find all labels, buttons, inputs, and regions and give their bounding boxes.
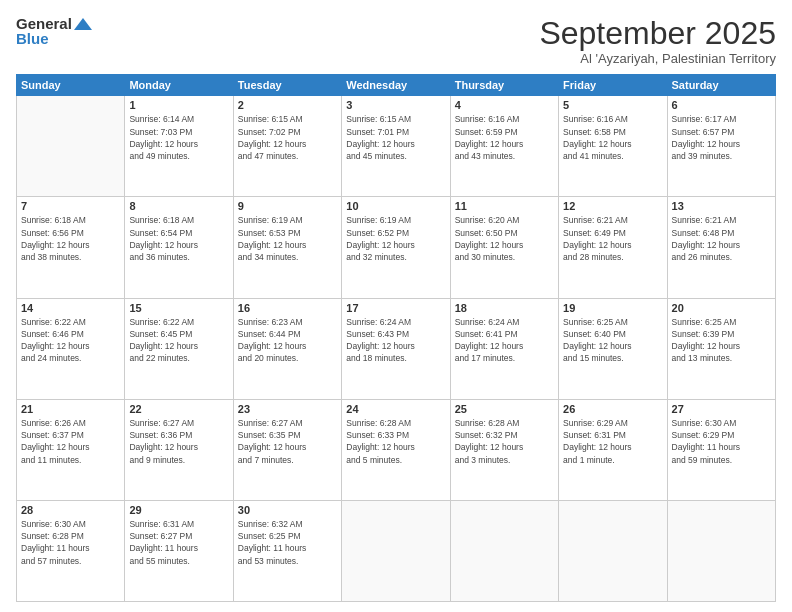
calendar-cell: 28Sunrise: 6:30 AM Sunset: 6:28 PM Dayli…	[17, 500, 125, 601]
day-info: Sunrise: 6:15 AM Sunset: 7:01 PM Dayligh…	[346, 113, 445, 162]
calendar-cell: 7Sunrise: 6:18 AM Sunset: 6:56 PM Daylig…	[17, 197, 125, 298]
day-number: 8	[129, 200, 228, 212]
day-info: Sunrise: 6:32 AM Sunset: 6:25 PM Dayligh…	[238, 518, 337, 567]
day-info: Sunrise: 6:26 AM Sunset: 6:37 PM Dayligh…	[21, 417, 120, 466]
calendar-day-header: Wednesday	[342, 75, 450, 96]
calendar-cell: 15Sunrise: 6:22 AM Sunset: 6:45 PM Dayli…	[125, 298, 233, 399]
calendar-cell	[667, 500, 775, 601]
day-number: 15	[129, 302, 228, 314]
day-info: Sunrise: 6:18 AM Sunset: 6:56 PM Dayligh…	[21, 214, 120, 263]
calendar-cell: 29Sunrise: 6:31 AM Sunset: 6:27 PM Dayli…	[125, 500, 233, 601]
calendar-week-row: 1Sunrise: 6:14 AM Sunset: 7:03 PM Daylig…	[17, 96, 776, 197]
day-info: Sunrise: 6:29 AM Sunset: 6:31 PM Dayligh…	[563, 417, 662, 466]
calendar-cell: 19Sunrise: 6:25 AM Sunset: 6:40 PM Dayli…	[559, 298, 667, 399]
day-number: 1	[129, 99, 228, 111]
day-info: Sunrise: 6:19 AM Sunset: 6:53 PM Dayligh…	[238, 214, 337, 263]
day-number: 9	[238, 200, 337, 212]
day-number: 14	[21, 302, 120, 314]
calendar-day-header: Saturday	[667, 75, 775, 96]
calendar-cell: 8Sunrise: 6:18 AM Sunset: 6:54 PM Daylig…	[125, 197, 233, 298]
day-number: 10	[346, 200, 445, 212]
day-info: Sunrise: 6:23 AM Sunset: 6:44 PM Dayligh…	[238, 316, 337, 365]
calendar-cell	[342, 500, 450, 601]
calendar-week-row: 14Sunrise: 6:22 AM Sunset: 6:46 PM Dayli…	[17, 298, 776, 399]
day-info: Sunrise: 6:16 AM Sunset: 6:59 PM Dayligh…	[455, 113, 554, 162]
day-number: 13	[672, 200, 771, 212]
calendar-cell: 24Sunrise: 6:28 AM Sunset: 6:33 PM Dayli…	[342, 399, 450, 500]
day-number: 18	[455, 302, 554, 314]
calendar-cell: 2Sunrise: 6:15 AM Sunset: 7:02 PM Daylig…	[233, 96, 341, 197]
calendar-cell	[450, 500, 558, 601]
calendar-day-header: Sunday	[17, 75, 125, 96]
calendar-cell: 25Sunrise: 6:28 AM Sunset: 6:32 PM Dayli…	[450, 399, 558, 500]
day-info: Sunrise: 6:21 AM Sunset: 6:48 PM Dayligh…	[672, 214, 771, 263]
day-info: Sunrise: 6:14 AM Sunset: 7:03 PM Dayligh…	[129, 113, 228, 162]
subtitle: Al 'Ayzariyah, Palestinian Territory	[539, 51, 776, 66]
calendar-cell: 11Sunrise: 6:20 AM Sunset: 6:50 PM Dayli…	[450, 197, 558, 298]
month-title: September 2025	[539, 16, 776, 51]
calendar-header-row: SundayMondayTuesdayWednesdayThursdayFrid…	[17, 75, 776, 96]
day-number: 25	[455, 403, 554, 415]
day-info: Sunrise: 6:30 AM Sunset: 6:29 PM Dayligh…	[672, 417, 771, 466]
day-number: 11	[455, 200, 554, 212]
day-info: Sunrise: 6:24 AM Sunset: 6:43 PM Dayligh…	[346, 316, 445, 365]
day-number: 5	[563, 99, 662, 111]
day-info: Sunrise: 6:19 AM Sunset: 6:52 PM Dayligh…	[346, 214, 445, 263]
logo: General Blue	[16, 16, 92, 47]
day-info: Sunrise: 6:28 AM Sunset: 6:32 PM Dayligh…	[455, 417, 554, 466]
title-area: September 2025 Al 'Ayzariyah, Palestinia…	[539, 16, 776, 66]
calendar-week-row: 28Sunrise: 6:30 AM Sunset: 6:28 PM Dayli…	[17, 500, 776, 601]
day-info: Sunrise: 6:30 AM Sunset: 6:28 PM Dayligh…	[21, 518, 120, 567]
day-number: 22	[129, 403, 228, 415]
day-number: 4	[455, 99, 554, 111]
calendar-cell: 17Sunrise: 6:24 AM Sunset: 6:43 PM Dayli…	[342, 298, 450, 399]
page: General Blue September 2025 Al 'Ayzariya…	[0, 0, 792, 612]
day-number: 7	[21, 200, 120, 212]
header: General Blue September 2025 Al 'Ayzariya…	[16, 16, 776, 66]
calendar-cell: 6Sunrise: 6:17 AM Sunset: 6:57 PM Daylig…	[667, 96, 775, 197]
calendar-cell: 10Sunrise: 6:19 AM Sunset: 6:52 PM Dayli…	[342, 197, 450, 298]
calendar-cell	[17, 96, 125, 197]
calendar-cell: 1Sunrise: 6:14 AM Sunset: 7:03 PM Daylig…	[125, 96, 233, 197]
calendar-cell: 13Sunrise: 6:21 AM Sunset: 6:48 PM Dayli…	[667, 197, 775, 298]
calendar-cell: 30Sunrise: 6:32 AM Sunset: 6:25 PM Dayli…	[233, 500, 341, 601]
day-info: Sunrise: 6:25 AM Sunset: 6:40 PM Dayligh…	[563, 316, 662, 365]
day-info: Sunrise: 6:16 AM Sunset: 6:58 PM Dayligh…	[563, 113, 662, 162]
calendar-table: SundayMondayTuesdayWednesdayThursdayFrid…	[16, 74, 776, 602]
day-number: 23	[238, 403, 337, 415]
day-number: 27	[672, 403, 771, 415]
calendar-cell: 14Sunrise: 6:22 AM Sunset: 6:46 PM Dayli…	[17, 298, 125, 399]
day-number: 21	[21, 403, 120, 415]
day-number: 12	[563, 200, 662, 212]
calendar-cell: 26Sunrise: 6:29 AM Sunset: 6:31 PM Dayli…	[559, 399, 667, 500]
calendar-day-header: Thursday	[450, 75, 558, 96]
calendar-cell: 27Sunrise: 6:30 AM Sunset: 6:29 PM Dayli…	[667, 399, 775, 500]
calendar-cell: 12Sunrise: 6:21 AM Sunset: 6:49 PM Dayli…	[559, 197, 667, 298]
day-number: 19	[563, 302, 662, 314]
day-number: 16	[238, 302, 337, 314]
calendar-cell: 9Sunrise: 6:19 AM Sunset: 6:53 PM Daylig…	[233, 197, 341, 298]
calendar-cell: 23Sunrise: 6:27 AM Sunset: 6:35 PM Dayli…	[233, 399, 341, 500]
day-info: Sunrise: 6:24 AM Sunset: 6:41 PM Dayligh…	[455, 316, 554, 365]
day-number: 26	[563, 403, 662, 415]
day-number: 30	[238, 504, 337, 516]
day-number: 29	[129, 504, 228, 516]
calendar-cell: 5Sunrise: 6:16 AM Sunset: 6:58 PM Daylig…	[559, 96, 667, 197]
calendar-week-row: 21Sunrise: 6:26 AM Sunset: 6:37 PM Dayli…	[17, 399, 776, 500]
day-number: 2	[238, 99, 337, 111]
calendar-cell: 16Sunrise: 6:23 AM Sunset: 6:44 PM Dayli…	[233, 298, 341, 399]
day-number: 3	[346, 99, 445, 111]
day-number: 24	[346, 403, 445, 415]
day-info: Sunrise: 6:27 AM Sunset: 6:35 PM Dayligh…	[238, 417, 337, 466]
day-info: Sunrise: 6:22 AM Sunset: 6:45 PM Dayligh…	[129, 316, 228, 365]
calendar-cell: 18Sunrise: 6:24 AM Sunset: 6:41 PM Dayli…	[450, 298, 558, 399]
day-info: Sunrise: 6:21 AM Sunset: 6:49 PM Dayligh…	[563, 214, 662, 263]
day-number: 6	[672, 99, 771, 111]
day-info: Sunrise: 6:28 AM Sunset: 6:33 PM Dayligh…	[346, 417, 445, 466]
day-info: Sunrise: 6:15 AM Sunset: 7:02 PM Dayligh…	[238, 113, 337, 162]
day-number: 20	[672, 302, 771, 314]
day-info: Sunrise: 6:17 AM Sunset: 6:57 PM Dayligh…	[672, 113, 771, 162]
logo-icon	[74, 18, 92, 30]
day-info: Sunrise: 6:20 AM Sunset: 6:50 PM Dayligh…	[455, 214, 554, 263]
calendar-day-header: Friday	[559, 75, 667, 96]
